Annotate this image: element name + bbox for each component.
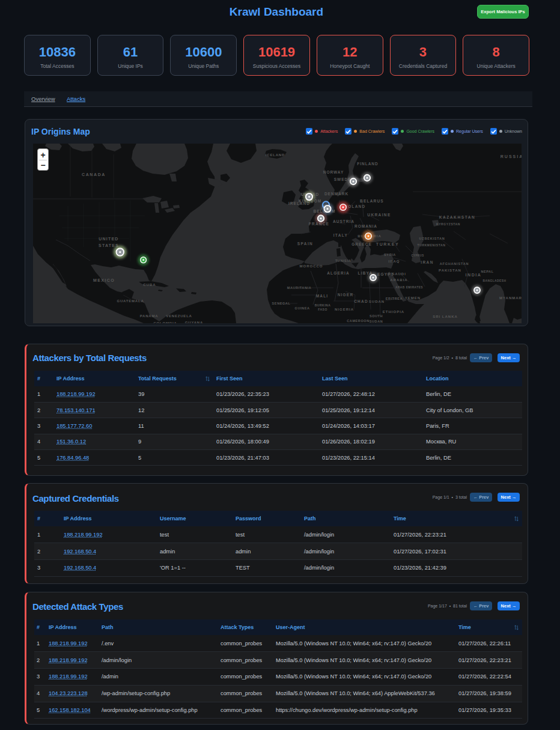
svg-text:ROMANIA: ROMANIA: [355, 224, 377, 228]
svg-text:KYRGYZSTAN: KYRGYZSTAN: [436, 222, 460, 226]
svg-text:RUSSIA: RUSSIA: [501, 154, 522, 159]
svg-text:ETHIOPIA: ETHIOPIA: [383, 310, 404, 314]
svg-text:UNITED: UNITED: [99, 237, 118, 241]
svg-text:AFGHANISTAN: AFGHANISTAN: [440, 262, 469, 266]
svg-text:GUINEA: GUINEA: [295, 306, 310, 310]
svg-text:IRAQ: IRAQ: [389, 260, 400, 263]
svg-text:SOUTH: SOUTH: [370, 314, 383, 318]
svg-text:MYANMAR: MYANMAR: [499, 296, 522, 300]
svg-text:KAZAKHSTAN: KAZAKHSTAN: [439, 215, 476, 219]
svg-text:TUNISIA: TUNISIA: [335, 259, 351, 263]
svg-text:FASO: FASO: [318, 308, 327, 311]
svg-text:UZBEKISTAN: UZBEKISTAN: [419, 237, 445, 240]
svg-text:NEPAL: NEPAL: [481, 270, 493, 273]
svg-text:CANADA: CANADA: [82, 172, 106, 177]
svg-text:TURKEY: TURKEY: [376, 242, 399, 246]
svg-text:IRAN: IRAN: [421, 260, 434, 264]
svg-text:SUDAN: SUDAN: [370, 320, 383, 323]
svg-text:BURKINA: BURKINA: [315, 303, 331, 307]
svg-text:MEXICO: MEXICO: [93, 278, 115, 282]
svg-text:BELARUS: BELARUS: [360, 199, 384, 203]
svg-text:CYPRUS: CYPRUS: [411, 254, 424, 257]
svg-text:CHAD: CHAD: [354, 299, 368, 303]
svg-text:NORWAY: NORWAY: [323, 170, 344, 174]
svg-text:SRI LANKA: SRI LANKA: [433, 315, 458, 318]
svg-text:GREECE: GREECE: [352, 242, 371, 246]
svg-text:ITALY: ITALY: [333, 233, 348, 237]
svg-text:NIGER: NIGER: [338, 293, 354, 297]
svg-text:EGYPT: EGYPT: [377, 272, 394, 276]
svg-text:PANAMA: PANAMA: [140, 314, 159, 318]
svg-text:GUATEMALA: GUATEMALA: [117, 299, 144, 303]
svg-text:SUDAN: SUDAN: [369, 300, 385, 303]
svg-text:VENEZUELA: VENEZUELA: [166, 314, 192, 318]
svg-text:ERITREA: ERITREA: [386, 297, 403, 300]
svg-text:STATES: STATES: [99, 243, 119, 248]
svg-text:ICELAND: ICELAND: [266, 153, 285, 157]
svg-text:INDIA: INDIA: [465, 273, 481, 277]
svg-text:ARAB EMIRATES: ARAB EMIRATES: [395, 286, 423, 289]
svg-text:TURKMENISTAN: TURKMENISTAN: [418, 243, 446, 247]
svg-text:MAURITANIA: MAURITANIA: [287, 286, 311, 290]
svg-text:COLOMBIA: COLOMBIA: [153, 321, 177, 323]
svg-text:DENMARK: DENMARK: [324, 192, 348, 196]
svg-text:YEMEN: YEMEN: [405, 296, 421, 300]
svg-text:PAKISTAN: PAKISTAN: [439, 269, 461, 272]
svg-text:AUSTRIA: AUSTRIA: [333, 219, 355, 224]
svg-text:SENEGAL: SENEGAL: [272, 302, 291, 305]
svg-text:MALI: MALI: [316, 294, 329, 298]
svg-text:ARABIA: ARABIA: [390, 278, 407, 282]
svg-text:ALGERIA: ALGERIA: [327, 271, 350, 275]
svg-text:MOROCCO: MOROCCO: [300, 264, 323, 268]
svg-text:CAMEROON: CAMEROON: [347, 319, 370, 323]
svg-text:CUBA: CUBA: [143, 283, 156, 287]
svg-text:SYRIA: SYRIA: [384, 253, 396, 257]
svg-text:BANGLADESH: BANGLADESH: [483, 279, 507, 282]
svg-text:GUYANA: GUYANA: [185, 321, 203, 323]
svg-text:UKRAINE: UKRAINE: [367, 213, 391, 217]
svg-text:FINLAND: FINLAND: [357, 162, 379, 166]
svg-text:NIGERIA: NIGERIA: [335, 308, 354, 311]
svg-text:SPAIN: SPAIN: [297, 242, 313, 246]
